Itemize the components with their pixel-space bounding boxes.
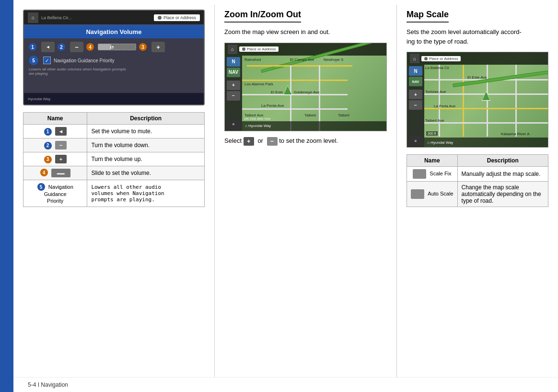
zoom-map-screenshot: ⌂ Place or Address N NAV + − bbox=[224, 43, 387, 131]
badge-3: 3 bbox=[139, 43, 147, 51]
road-1 bbox=[247, 65, 352, 67]
table-row: 2 − Turn the volume down. bbox=[23, 138, 205, 152]
nav-n-btn-3: N bbox=[409, 66, 422, 76]
nav-n-btn: N bbox=[227, 57, 240, 67]
row1-badge: 1 bbox=[44, 128, 52, 136]
zoom-minus-btn[interactable]: − bbox=[227, 91, 240, 101]
table-row: 5 NavigationGuidancePriority Lowers all … bbox=[23, 180, 205, 207]
nav-volume-table: Name Description 1 ◄ Set the volume to m… bbox=[23, 112, 205, 207]
zoom-map-bottom: ⌂ Hyundai Way bbox=[242, 121, 386, 131]
scale-value: 300 ft bbox=[426, 131, 438, 136]
table-row: 4 ▬▬ Slide to set the volume. bbox=[23, 166, 205, 180]
nav-volume-screenshot: ⌂ La Bellena Cir... Place or Address Nav… bbox=[23, 10, 205, 105]
street-label-losalamos: Los Alamos Park bbox=[244, 82, 273, 86]
nav-nav-btn: NAV bbox=[227, 68, 240, 77]
row4-badge: 4 bbox=[40, 169, 48, 176]
hyundai-way-3: ⌂ Hyundai Way bbox=[427, 140, 453, 145]
minus-icon: − bbox=[55, 141, 67, 150]
table-row: 1 ◄ Set the volume to mute. bbox=[23, 125, 205, 138]
menu-btn[interactable]: ≡ bbox=[227, 120, 240, 129]
auto-scale-label: Auto Scale bbox=[428, 191, 453, 196]
table3-cell-scalefix: Scale Fix bbox=[407, 167, 458, 182]
street-label-1: La Bellena Cir... bbox=[41, 15, 72, 20]
zoom-plus-btn[interactable]: + bbox=[227, 81, 240, 90]
row1-desc: Set the volume to mute. bbox=[87, 125, 205, 138]
map-scale-table: Name Description Scale Fix Manually adju… bbox=[407, 154, 548, 207]
row5-badge: 5 bbox=[37, 183, 45, 191]
search-dot-2 bbox=[242, 47, 245, 51]
nav-guidance-row: 5 ✓ Navigation Guidance Priority bbox=[24, 54, 204, 67]
street-label-lapenta: La Penta Ave bbox=[261, 104, 284, 108]
vol-up-btn[interactable]: + bbox=[151, 42, 165, 52]
col1-nav-volume: ⌂ La Bellena Cir... Place or Address Nav… bbox=[13, 5, 215, 377]
hyundai-way-label: ⌂ Hyundai Way bbox=[245, 124, 271, 128]
label-tortoise: Tortoise Ave bbox=[425, 90, 446, 94]
vol-number: 15 bbox=[109, 45, 114, 49]
mute-btn[interactable]: ◄ bbox=[41, 42, 55, 52]
label-eleste3: El Este Ave bbox=[467, 75, 487, 80]
menu-btn-3[interactable]: ≡ bbox=[409, 136, 422, 146]
place-address-2: Place or Address bbox=[247, 47, 276, 51]
street-label-elcampo: El Campo Ave bbox=[290, 58, 314, 62]
guidance-checkbox[interactable]: ✓ bbox=[43, 57, 51, 64]
street-label-newhope: Newhope S bbox=[324, 58, 343, 62]
badge-4: 4 bbox=[86, 43, 94, 51]
vol-down-btn[interactable]: − bbox=[70, 42, 83, 52]
home-icon-2: ⌂ bbox=[228, 45, 237, 54]
table-header-desc: Description bbox=[87, 113, 205, 125]
zoom-section-title: Zoom In/Zoom Out bbox=[224, 10, 301, 23]
address-bar[interactable]: Place or Address bbox=[154, 14, 200, 21]
row4-desc: Slide to set the volume. bbox=[87, 166, 205, 180]
nav-volume-title: Navigation Volume bbox=[24, 25, 204, 38]
address-bar-2: Place or Address bbox=[239, 46, 279, 52]
table-row: Auto Scale Change the map scale automati… bbox=[407, 182, 548, 207]
table3-header-name: Name bbox=[407, 155, 458, 167]
search-dot-3 bbox=[424, 57, 428, 60]
street-label-eleste: El Este Ave Goldeneye Ave bbox=[271, 90, 320, 94]
col2-zoom: Zoom In/Zoom Out Zoom the map view scree… bbox=[215, 5, 397, 377]
zoom-plus-inline: + bbox=[244, 137, 254, 146]
mute-icon: ◄ bbox=[55, 127, 67, 136]
map-scale-bottom: ⌂ Hyundai Way bbox=[424, 138, 548, 147]
zoom-select-desc: Select + or − to set the zoom level. bbox=[224, 137, 387, 146]
volume-controls-row: 1 ◄ 2 − 4 15 bbox=[24, 40, 204, 54]
place-address-3: Place or Address bbox=[429, 57, 458, 61]
row2-badge: 2 bbox=[44, 142, 52, 150]
table-row: Scale Fix Manually adjust the map scale. bbox=[407, 167, 548, 182]
label-labellena: La Ballena Cir bbox=[425, 66, 449, 70]
slider-icon: ▬▬ bbox=[51, 169, 70, 177]
search-dot bbox=[158, 16, 162, 20]
street-label-talbert2: Talbert bbox=[304, 113, 316, 117]
home-icon-3: ⌂ bbox=[410, 54, 419, 63]
map-scale-desc: Sets the zoom level automatically accord… bbox=[407, 27, 548, 46]
home-icon: ⌂ bbox=[28, 12, 38, 23]
row5-desc: Lowers all other audiovolumes when Navig… bbox=[87, 180, 205, 207]
badge-1: 1 bbox=[29, 43, 36, 51]
zoom-plus-btn-3[interactable]: + bbox=[409, 90, 422, 99]
table3-cell-autoscale: Auto Scale bbox=[407, 182, 458, 207]
nav-bottom-label: Hyundai Way bbox=[28, 97, 50, 101]
guidance-sub-text2: are playing. bbox=[24, 71, 204, 76]
street-label-talbert1: Talbert Ave bbox=[244, 113, 263, 117]
nav-bottom-strip: Hyundai Way bbox=[24, 93, 204, 104]
road-4 bbox=[242, 108, 348, 110]
scale-fix-icon bbox=[413, 169, 426, 179]
zoom-section-desc: Zoom the map view screen in and out. bbox=[224, 27, 387, 37]
guidance-name: NavigationGuidancePriority bbox=[44, 184, 73, 204]
zoom-map-left-panel: N NAV + − ≡ bbox=[225, 56, 242, 131]
vol-slider[interactable]: 15 bbox=[98, 44, 136, 50]
label-talbert3: Talbert Ave bbox=[425, 118, 444, 123]
col3-map-scale: Map Scale Sets the zoom level automatica… bbox=[397, 5, 558, 377]
road-2 bbox=[242, 80, 348, 81]
zoom-minus-btn-3[interactable]: − bbox=[409, 100, 422, 110]
table-cell-item1: 1 ◄ bbox=[23, 125, 87, 138]
table3-row1-desc: Manually adjust the map scale. bbox=[457, 167, 548, 182]
map-scale-screenshot: ⌂ Place or Address N NAV + − bbox=[407, 52, 548, 148]
label-kalaama: Kalaama River A bbox=[501, 132, 530, 136]
nav-vol-topbar: ⌂ La Bellena Cir... Place or Address bbox=[24, 11, 204, 25]
table3-row2-desc: Change the map scale automatically depen… bbox=[457, 182, 548, 207]
map-scale-topbar: ⌂ Place or Address bbox=[407, 52, 548, 65]
scale-text: 25ft 150ft 300ft 700ft bbox=[244, 117, 270, 120]
page-footer: 5-4 I Navigation bbox=[13, 377, 558, 392]
street-label-talbert3: Talbert bbox=[338, 113, 349, 117]
